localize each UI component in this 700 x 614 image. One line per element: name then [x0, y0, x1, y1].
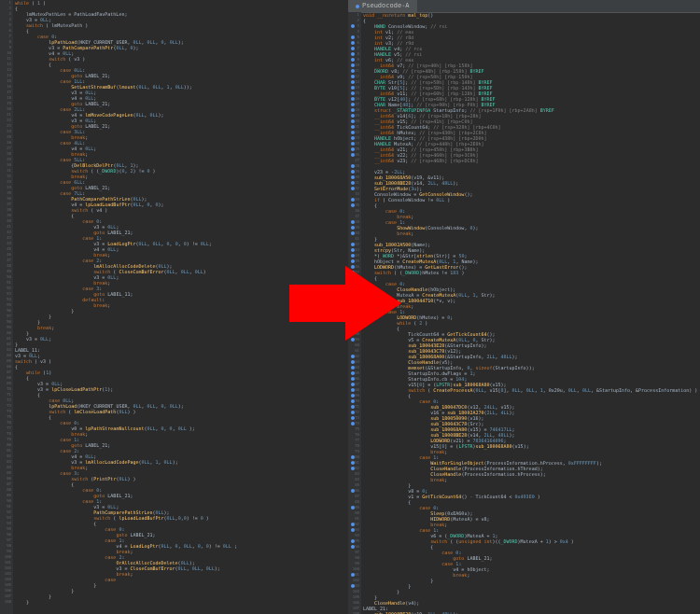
tab-bar: Pseudocode-A: [348, 0, 700, 13]
left-gutter: 1234567891011121314151617181920212223242…: [0, 0, 13, 614]
right-code[interactable]: void __noreturn mal_top(){ HWND ConsoleW…: [363, 12, 700, 614]
tab-icon: [356, 5, 359, 8]
svg-marker-0: [289, 266, 401, 341]
tab-label: Pseudocode-A: [362, 0, 410, 12]
arrow-icon: [289, 261, 401, 345]
tab-pseudocode[interactable]: Pseudocode-A: [348, 0, 417, 12]
